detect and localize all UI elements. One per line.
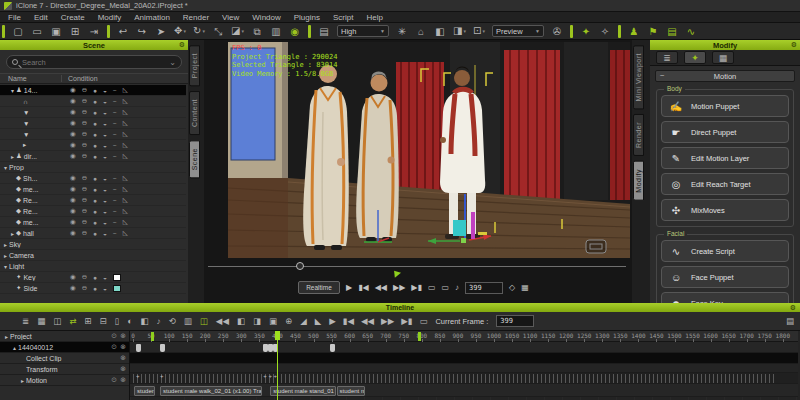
timeline-titlebar[interactable]: Timeline ⚙ [0, 303, 800, 312]
scene-row[interactable]: ▼◉⊖●◒−◺ [0, 129, 186, 140]
condition-icon[interactable]: ◺ [123, 108, 128, 116]
condition-icon[interactable]: ⊖ [82, 207, 87, 215]
condition-icon[interactable]: ● [93, 219, 97, 226]
condition-icon[interactable]: ⊖ [82, 185, 87, 193]
mixmoves-button[interactable]: ✣MixMoves [661, 199, 789, 221]
search-input[interactable] [22, 58, 165, 67]
condition-icon[interactable]: ◒ [103, 87, 107, 94]
condition-icon[interactable]: ● [93, 87, 97, 94]
condition-icon[interactable]: − [113, 153, 117, 160]
condition-icon[interactable]: − [113, 87, 117, 94]
collect-clip-lane[interactable] [130, 364, 798, 373]
timeline-tool-icon-4[interactable]: ⊞ [84, 316, 91, 326]
scene-panel-header[interactable]: Scene ⚙ [0, 40, 188, 50]
timeline-play-button[interactable]: ▶ [329, 316, 336, 326]
condition-icon[interactable]: ◒ [103, 109, 107, 116]
condition-icon[interactable]: ◒ [103, 208, 107, 215]
quality-dropdown[interactable]: High ▼ [337, 25, 389, 37]
scene-row-key[interactable]: ✦Key◉⊖●◒ [0, 272, 186, 283]
light-color-swatch[interactable] [113, 274, 121, 281]
scene-row-dir[interactable]: ▸♟dir...◉⊖●◒−◺ [0, 151, 186, 162]
scale-tool-icon[interactable]: ⤡ [212, 24, 224, 39]
timeline-tool-icon-5[interactable]: ⊟ [99, 316, 106, 326]
expand-icon[interactable]: ▸ [9, 153, 16, 160]
condition-icon[interactable]: ◒ [103, 142, 107, 149]
tab-animation[interactable]: ✦ [684, 51, 706, 64]
condition-icon[interactable]: − [113, 109, 117, 116]
track-expand-icon[interactable]: ▸ [3, 333, 10, 340]
condition-icon[interactable]: ● [93, 153, 97, 160]
condition-icon[interactable]: ● [93, 208, 97, 215]
condition-icon[interactable]: − [113, 219, 117, 226]
condition-column-header[interactable]: Condition [62, 75, 188, 82]
timeline-tool-icon-0[interactable]: ≣ [22, 316, 29, 326]
timeline-list-icon[interactable]: ▤ [786, 316, 794, 326]
scene-row-sh[interactable]: ◆Sh...◉⊖●◒−◺ [0, 173, 186, 184]
timeline-tool-icon-15[interactable]: ◨ [253, 316, 261, 326]
timeline-tool-icon-8[interactable]: ◧ [140, 316, 148, 326]
ruler-green-marker[interactable] [418, 332, 421, 341]
go-to-end-button[interactable]: ▶▮ [411, 283, 422, 292]
condition-icon[interactable]: ◉ [70, 207, 76, 215]
timeline-go-to-start-button[interactable]: ▮◀ [343, 316, 354, 326]
actor-icon[interactable]: ♟ [628, 24, 640, 39]
condition-icon[interactable]: ⊖ [82, 119, 87, 127]
render-view[interactable]: FPS : 0 Project Triangle : 290024 Select… [228, 42, 630, 258]
direct-puppet-button[interactable]: ☛Direct Puppet [661, 121, 789, 143]
track-transform[interactable]: Transform⊗ [0, 364, 129, 375]
track-144040012[interactable]: ▴144040012⊙⊗ [0, 342, 129, 353]
condition-icon[interactable]: ⊖ [82, 130, 87, 138]
track-motion[interactable]: ▸Motion⊙⊗ [0, 375, 129, 386]
condition-icon[interactable]: ◉ [70, 284, 76, 292]
speech-button[interactable]: ▭ [441, 283, 449, 292]
condition-icon[interactable]: − [113, 208, 117, 215]
scene-row-me[interactable]: ◆me...◉⊖●◒−◺ [0, 217, 186, 228]
scrubber-knob[interactable] [296, 262, 304, 270]
condition-icon[interactable]: ◉ [70, 152, 76, 160]
timeline-tool-icon-13[interactable]: ◀◀ [216, 316, 229, 326]
scene-search[interactable]: ⌄ [6, 55, 182, 69]
menu-plugins[interactable]: Plugins [294, 13, 320, 22]
redo-icon[interactable]: ↪ [136, 24, 148, 39]
track-badge-icon[interactable]: ⊗ [120, 343, 126, 351]
condition-icon[interactable]: ⊖ [82, 108, 87, 116]
scene-row-14[interactable]: ▾♟14...◉⊖●◒−◺ [0, 85, 186, 96]
light-color-swatch[interactable] [113, 285, 121, 292]
timeline-tool-icon-18[interactable]: ◢ [300, 316, 307, 326]
scene-row-light[interactable]: ▾Light [0, 261, 186, 272]
clipboard-icon[interactable]: ▤ [666, 24, 678, 39]
edit-reach-target-button[interactable]: ◎Edit Reach Target [661, 173, 789, 195]
scene-row[interactable]: ▼◉⊖●◒−◺ [0, 118, 186, 129]
track-badge-icon[interactable]: ⊗ [120, 354, 126, 362]
condition-icon[interactable]: ◺ [123, 185, 128, 193]
condition-icon[interactable]: ◉ [70, 86, 76, 94]
scene-row[interactable]: ∩◉⊖●◒−◺ [0, 96, 186, 107]
menu-view[interactable]: View [222, 13, 239, 22]
previous-frame-button[interactable]: ◀◀ [375, 283, 387, 292]
visibility-eye-icon[interactable]: ◉ [289, 24, 301, 39]
create-script-button[interactable]: ∿Create Script [661, 240, 789, 262]
condition-icon[interactable]: ◺ [123, 218, 128, 226]
timeline-next-frame-button[interactable]: ▶▶ [381, 316, 394, 326]
condition-icon[interactable]: ◺ [123, 196, 128, 204]
scene-row-sky[interactable]: ▸Sky [0, 239, 186, 250]
condition-icon[interactable]: ◺ [123, 229, 128, 237]
audio-button[interactable]: ♪ [455, 283, 459, 292]
condition-icon[interactable]: ● [93, 131, 97, 138]
condition-icon[interactable]: ⊖ [82, 141, 87, 149]
tab-material[interactable]: ▦ [712, 51, 734, 64]
export-icon[interactable]: ⇥ [88, 24, 100, 39]
filter-chevron-icon[interactable]: ⌄ [169, 58, 176, 67]
panel-menu-icon[interactable]: ⚙ [791, 40, 797, 50]
rotate-tool-icon[interactable]: ↻ [193, 23, 205, 39]
menu-modify[interactable]: Modify [98, 13, 122, 22]
scene-row-me[interactable]: ◆me...◉⊖●◒−◺ [0, 184, 186, 195]
motion-clip[interactable]: student male walk_02_01 (x1.00) Transiti… [160, 386, 261, 396]
condition-icon[interactable]: ⊖ [82, 196, 87, 204]
timeline-tool-icon-6[interactable]: ▯ [115, 316, 120, 326]
layout-pane-icon[interactable]: ◨ [453, 23, 466, 39]
move-tool-icon[interactable]: ✥ [174, 23, 186, 39]
condition-icon[interactable]: ◒ [103, 197, 107, 204]
condition-icon[interactable]: ◉ [70, 141, 76, 149]
condition-icon[interactable]: ● [93, 285, 97, 292]
